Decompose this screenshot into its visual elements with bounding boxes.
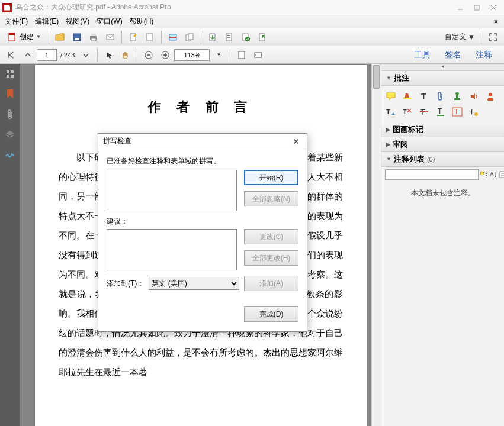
add-button[interactable]: 添加(A) bbox=[244, 276, 298, 291]
addto-language-select[interactable]: 英文 (美国) bbox=[149, 277, 239, 290]
insert-text-tool[interactable]: T bbox=[385, 106, 397, 118]
combine-button[interactable] bbox=[182, 30, 197, 44]
share-button[interactable] bbox=[255, 30, 270, 44]
prev-page-button[interactable] bbox=[20, 48, 36, 62]
fit-page-icon bbox=[237, 50, 246, 60]
tools-panel-button[interactable]: 工具 bbox=[409, 47, 435, 63]
annotation-panel-header[interactable]: ▼ 批注 bbox=[381, 71, 504, 86]
form-button[interactable] bbox=[221, 30, 237, 44]
fit-width-button[interactable] bbox=[251, 48, 266, 62]
sort-button[interactable]: A bbox=[489, 170, 497, 179]
separator bbox=[97, 49, 98, 62]
svg-rect-21 bbox=[227, 37, 230, 38]
svg-point-54 bbox=[480, 172, 484, 175]
layers-tab[interactable] bbox=[4, 128, 17, 141]
thumbnails-tab[interactable] bbox=[4, 67, 17, 80]
annotation-list-header[interactable]: ▼ 注释列表 (0) bbox=[381, 152, 504, 167]
svg-text:T: T bbox=[454, 108, 459, 116]
panel-collapse-button[interactable]: ◄ bbox=[381, 64, 504, 71]
menu-help[interactable]: 帮助(H) bbox=[126, 15, 158, 28]
maximize-button[interactable] bbox=[468, 2, 485, 14]
sign-panel-button[interactable]: 签名 bbox=[440, 47, 466, 63]
floppy-icon bbox=[72, 33, 82, 42]
options-button[interactable] bbox=[499, 170, 504, 179]
filter-button[interactable] bbox=[480, 170, 488, 179]
page-tool-button[interactable] bbox=[142, 30, 158, 44]
person-tool[interactable] bbox=[484, 91, 496, 102]
dialog-close-button[interactable]: ✕ bbox=[290, 137, 302, 146]
edit-text-button[interactable] bbox=[126, 30, 141, 44]
ignore-all-button[interactable]: 全部忽略(N) bbox=[244, 191, 298, 206]
menu-view[interactable]: 视图(V) bbox=[62, 15, 93, 28]
signatures-tab[interactable] bbox=[4, 148, 17, 161]
export-button[interactable] bbox=[205, 30, 220, 44]
scrollbar-thumb[interactable] bbox=[373, 65, 380, 89]
audio-tool[interactable] bbox=[468, 91, 480, 102]
hand-tool-button[interactable] bbox=[118, 48, 133, 62]
stamp-tool[interactable] bbox=[451, 91, 463, 102]
svg-rect-7 bbox=[75, 38, 79, 40]
zoom-select[interactable] bbox=[174, 49, 210, 61]
annlist-header-label: 注释列表 bbox=[394, 154, 425, 164]
dialog-body: 已准备好检查注释和表单域的拼写。 开始(R) 全部忽略(N) 建议： 更改(C)… bbox=[98, 149, 307, 331]
suggestions-field[interactable] bbox=[107, 229, 237, 270]
bookmarks-tab[interactable] bbox=[4, 88, 17, 101]
change-button[interactable]: 更改(C) bbox=[244, 229, 298, 244]
fit-page-button[interactable] bbox=[234, 48, 249, 62]
review-panel-header[interactable]: ▶ 审阅 bbox=[381, 137, 504, 152]
save-button[interactable] bbox=[69, 30, 85, 44]
start-button[interactable]: 开始(R) bbox=[244, 170, 298, 185]
zoom-dropdown[interactable]: ▼ bbox=[211, 48, 226, 62]
menubar-close-icon[interactable]: × bbox=[489, 18, 503, 26]
spellcheck-word-field[interactable] bbox=[107, 170, 237, 211]
text-note-tool[interactable]: T bbox=[451, 106, 463, 118]
replace-text-tool[interactable]: T bbox=[402, 106, 413, 118]
document-scrollbar[interactable] bbox=[371, 64, 381, 426]
triangle-right-icon: ▶ bbox=[386, 141, 390, 147]
zoom-out-button[interactable] bbox=[141, 48, 156, 62]
menu-window[interactable]: 窗口(W) bbox=[93, 15, 126, 28]
svg-rect-5 bbox=[9, 33, 15, 36]
drawing-panel-header[interactable]: ▶ 图画标记 bbox=[381, 122, 504, 137]
annotation-search-input[interactable] bbox=[385, 169, 479, 180]
print-button[interactable] bbox=[86, 30, 101, 44]
open-button[interactable] bbox=[53, 30, 68, 44]
main-toolbar: 创建 ▼ 自定义 ▼ bbox=[0, 28, 504, 46]
hand-icon bbox=[121, 50, 130, 60]
fullscreen-button[interactable] bbox=[485, 30, 500, 44]
create-button[interactable]: 创建 ▼ bbox=[4, 30, 45, 44]
close-button[interactable] bbox=[485, 2, 502, 14]
page-icon bbox=[145, 33, 155, 42]
zoom-in-button[interactable] bbox=[158, 48, 173, 62]
strikethrough-tool[interactable]: T bbox=[418, 106, 430, 118]
change-all-button[interactable]: 全部更改(H) bbox=[244, 250, 298, 266]
scan-button[interactable] bbox=[165, 30, 181, 44]
highlight-tool[interactable] bbox=[402, 91, 413, 102]
next-page-button[interactable] bbox=[78, 48, 94, 62]
caret-down-icon: ▼ bbox=[468, 33, 475, 41]
page-number-input[interactable] bbox=[37, 49, 57, 61]
send-review-button[interactable] bbox=[238, 30, 253, 44]
email-button[interactable] bbox=[102, 30, 118, 44]
customize-dropdown[interactable]: 自定义 ▼ bbox=[442, 32, 477, 42]
text-tool[interactable]: T bbox=[418, 91, 430, 102]
share-icon bbox=[258, 33, 267, 42]
underline-tool[interactable]: T bbox=[435, 106, 447, 118]
menu-file[interactable]: 文件(F) bbox=[1, 15, 31, 28]
dialog-titlebar[interactable]: 拼写检查 ✕ bbox=[98, 134, 307, 149]
select-tool-button[interactable] bbox=[101, 48, 117, 62]
send-icon bbox=[241, 33, 251, 42]
first-page-button[interactable] bbox=[4, 48, 19, 62]
app-icon bbox=[2, 3, 12, 12]
minimize-button[interactable] bbox=[452, 2, 468, 14]
svg-rect-9 bbox=[91, 34, 96, 36]
create-label: 创建 bbox=[20, 32, 34, 42]
sticky-note-tool[interactable] bbox=[385, 91, 397, 102]
svg-text:A: A bbox=[490, 171, 494, 178]
attachments-tab[interactable] bbox=[4, 108, 17, 121]
attach-file-tool[interactable] bbox=[435, 91, 447, 102]
done-button[interactable]: 完成(D) bbox=[244, 306, 298, 322]
comment-panel-button[interactable]: 注释 bbox=[471, 47, 497, 63]
text-correction-tool[interactable]: T bbox=[468, 106, 480, 118]
menu-edit[interactable]: 编辑(E) bbox=[31, 15, 62, 28]
